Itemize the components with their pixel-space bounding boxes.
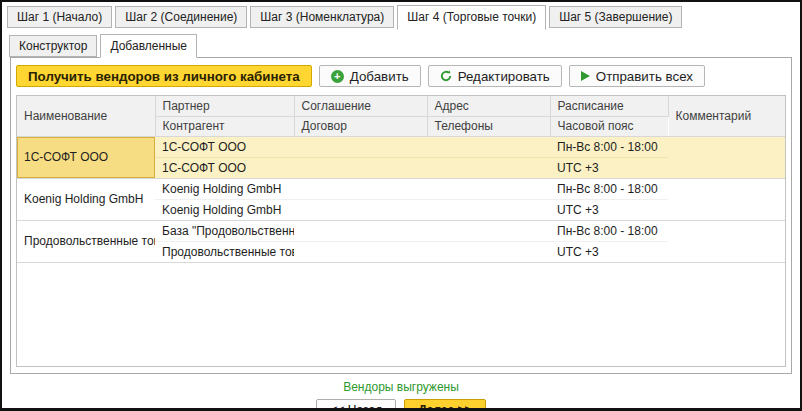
cell-address[interactable]	[427, 178, 550, 199]
cell-phones[interactable]	[427, 157, 550, 178]
back-button[interactable]: << Назад	[316, 399, 396, 411]
cell-contract[interactable]	[294, 241, 427, 262]
next-button[interactable]: Далее >>	[404, 399, 485, 411]
get-vendors-button[interactable]: Получить вендоров из личного кабинета	[16, 65, 312, 87]
add-icon: +	[331, 70, 344, 83]
cell-agreement[interactable]	[294, 220, 427, 241]
toolbar: Получить вендоров из личного кабинета + …	[11, 58, 791, 92]
added-tab-panel: Получить вендоров из личного кабинета + …	[10, 57, 792, 374]
add-button[interactable]: + Добавить	[319, 65, 421, 87]
tab-constructor[interactable]: Конструктор	[9, 35, 97, 57]
cell-timezone[interactable]: UTC +3	[550, 199, 668, 220]
add-label: Добавить	[350, 69, 409, 84]
footer: Вендоры выгружены << Назад Далее >>	[2, 374, 800, 411]
column-header-schedule: Расписание	[550, 96, 668, 116]
column-header-phones: Телефоны	[427, 116, 550, 136]
edit-button[interactable]: Редактировать	[428, 65, 562, 87]
cell-name[interactable]: 1С-СОФТ ООО	[17, 136, 155, 178]
cell-contractor[interactable]: 1С-СОФТ ООО	[155, 157, 294, 178]
cell-contractor[interactable]: Продовольственные товары	[155, 241, 294, 262]
cell-contractor[interactable]: Koenig Holding GmbH	[155, 199, 294, 220]
wizard-step-tabs: Шаг 1 (Начало) Шаг 2 (Соединение) Шаг 3 …	[2, 2, 800, 28]
vendor-row[interactable]: Koenig Holding GmbH Koenig Holding GmbH …	[17, 178, 785, 199]
vendors-table-box: Наименование Партнер Соглашение Адрес Ра…	[16, 95, 786, 367]
status-text: Вендоры выгружены	[2, 380, 800, 394]
cell-name[interactable]: Продовольственные товары	[17, 220, 155, 262]
send-icon	[581, 71, 590, 81]
tab-step-2[interactable]: Шаг 2 (Соединение)	[115, 6, 247, 28]
vendor-row[interactable]: Продовольственные товары База "Продоволь…	[17, 220, 785, 241]
column-header-partner: Партнер	[155, 96, 294, 116]
edit-icon	[440, 70, 452, 82]
cell-comment[interactable]	[668, 178, 785, 220]
tab-step-1[interactable]: Шаг 1 (Начало)	[7, 6, 112, 28]
column-header-address: Адрес	[427, 96, 550, 116]
column-header-comment: Комментарий	[668, 96, 785, 136]
cell-contract[interactable]	[294, 157, 427, 178]
cell-partner[interactable]: Koenig Holding GmbH	[155, 178, 294, 199]
cell-contract[interactable]	[294, 199, 427, 220]
column-header-agreement: Соглашение	[294, 96, 427, 116]
tab-step-4[interactable]: Шаг 4 (Торговые точки)	[397, 5, 546, 30]
cell-address[interactable]	[427, 136, 550, 157]
cell-timezone[interactable]: UTC +3	[550, 241, 668, 262]
send-all-label: Отправить всех	[596, 69, 693, 84]
wizard-window: Шаг 1 (Начало) Шаг 2 (Соединение) Шаг 3 …	[0, 0, 802, 411]
tab-step-3[interactable]: Шаг 3 (Номенклатура)	[250, 6, 394, 28]
cell-schedule[interactable]: Пн-Вс 8:00 - 18:00	[550, 220, 668, 241]
get-vendors-label: Получить вендоров из личного кабинета	[28, 69, 300, 84]
cell-phones[interactable]	[427, 241, 550, 262]
cell-schedule[interactable]: Пн-Вс 8:00 - 18:00	[550, 136, 668, 157]
cell-name[interactable]: Koenig Holding GmbH	[17, 178, 155, 220]
cell-partner[interactable]: 1С-СОФТ ООО	[155, 136, 294, 157]
footer-buttons: << Назад Далее >>	[2, 399, 800, 411]
cell-timezone[interactable]: UTC +3	[550, 157, 668, 178]
column-header-name: Наименование	[17, 96, 155, 136]
column-header-contract: Договор	[294, 116, 427, 136]
inner-tabs: Конструктор Добавленные	[2, 28, 800, 57]
tab-step-5[interactable]: Шаг 5 (Завершение)	[549, 6, 682, 28]
cell-phones[interactable]	[427, 199, 550, 220]
cell-partner[interactable]: База "Продовольственные…	[155, 220, 294, 241]
cell-agreement[interactable]	[294, 136, 427, 157]
tab-added[interactable]: Добавленные	[100, 34, 197, 58]
cell-comment[interactable]	[668, 220, 785, 262]
column-header-timezone: Часовой пояс	[550, 116, 668, 136]
vendors-table: Наименование Партнер Соглашение Адрес Ра…	[17, 96, 785, 263]
vendor-row[interactable]: 1С-СОФТ ООО 1С-СОФТ ООО Пн-Вс 8:00 - 18:…	[17, 136, 785, 157]
cell-comment[interactable]	[668, 136, 785, 178]
column-header-contractor: Контрагент	[155, 116, 294, 136]
cell-schedule[interactable]: Пн-Вс 8:00 - 18:00	[550, 178, 668, 199]
cell-address[interactable]	[427, 220, 550, 241]
send-all-button[interactable]: Отправить всех	[569, 65, 705, 87]
edit-label: Редактировать	[458, 69, 550, 84]
cell-agreement[interactable]	[294, 178, 427, 199]
